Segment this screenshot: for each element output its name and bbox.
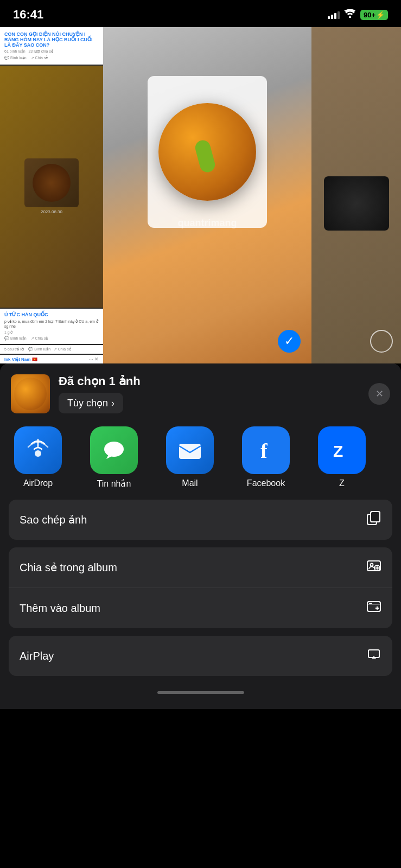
album-actions-group: Chia sẻ trong album Thêm vào album [9, 547, 392, 628]
status-time: 16:41 [13, 8, 43, 22]
fb-post-1: CON CON GỌI ĐIỆN NÓI CHUYỆN I RĂNG HÔM N… [0, 27, 103, 65]
battery-icon: 90+⚡ [360, 10, 388, 20]
app-item-zalo[interactable]: Z Z [304, 426, 380, 489]
product-image-1: 2023.08.30 [0, 66, 103, 308]
action-buttons: Sao chép ảnh Chia sẻ trong album [0, 500, 401, 682]
selection-checkmark: ✓ [278, 330, 301, 353]
airplay-group: AirPlay [9, 636, 392, 676]
share-title: Đã chọn 1 ảnh [59, 374, 360, 388]
airplay-icon [366, 647, 381, 665]
fb-bank-strip: Ink Việt Nam 🇻🇳 ··· ✕ [0, 355, 103, 363]
share-album-label: Chia sẻ trong album [20, 561, 117, 574]
share-close-button[interactable]: ✕ [368, 383, 390, 405]
svg-text:f: f [260, 439, 268, 462]
watermark: quantrimang [177, 218, 237, 229]
zalo-icon: Z [318, 426, 366, 474]
share-album-icon [366, 558, 381, 577]
messages-label: Tin nhắn [97, 478, 131, 489]
zalo-label: Z [339, 478, 345, 488]
facebook-label: Facebook [247, 478, 285, 488]
svg-point-10 [371, 564, 373, 566]
svg-point-1 [104, 442, 124, 457]
signal-icon [328, 10, 340, 19]
add-album-button[interactable]: Thêm vào album [9, 588, 392, 628]
share-sheet: Đã chọn 1 ảnh Tùy chọn › ✕ AirDrop [0, 363, 401, 709]
mail-label: Mail [182, 478, 198, 488]
main-photo: quantrimang ✓ [103, 27, 311, 363]
copy-photo-button[interactable]: Sao chép ảnh [9, 500, 392, 540]
svg-rect-2 [179, 444, 201, 459]
airdrop-label: AirDrop [23, 478, 53, 488]
facebook-icon: f [242, 426, 290, 474]
svg-point-0 [35, 450, 41, 457]
svg-text:Z: Z [333, 442, 343, 460]
app-icons-row: AirDrop Tin nhắn Mail [0, 422, 401, 500]
status-icons: 90+⚡ [328, 9, 388, 20]
share-album-button[interactable]: Chia sẻ trong album [9, 547, 392, 588]
svg-rect-7 [371, 512, 380, 522]
messages-icon [90, 426, 138, 474]
copy-photo-group: Sao chép ảnh [9, 500, 392, 540]
left-panel: CON CON GỌI ĐIỆN NÓI CHUYỆN I RĂNG HÔM N… [0, 27, 103, 363]
app-item-mail[interactable]: Mail [152, 426, 228, 489]
home-indicator [0, 682, 401, 698]
airplay-button[interactable]: AirPlay [9, 636, 392, 676]
svg-rect-12 [367, 604, 380, 605]
app-item-messages[interactable]: Tin nhắn [76, 426, 152, 489]
airplay-label: AirPlay [20, 650, 54, 662]
copy-photo-label: Sao chép ảnh [20, 513, 87, 526]
wifi-icon [344, 9, 356, 20]
fb-post-2: Ú TỨC HÀN QUỐC p về ko a, mua đúm em 2 l… [0, 309, 103, 344]
svg-rect-13 [369, 603, 372, 604]
share-header-info: Đã chọn 1 ảnh Tùy chọn › [59, 374, 360, 413]
photo-grid-background: CON CON GỌI ĐIỆN NÓI CHUYỆN I RĂNG HÔM N… [0, 27, 401, 363]
copy-photo-icon [366, 510, 381, 529]
share-header: Đã chọn 1 ảnh Tùy chọn › ✕ [0, 363, 401, 422]
app-item-airdrop[interactable]: AirDrop [0, 426, 76, 489]
airdrop-icon [14, 426, 62, 474]
right-photo [311, 27, 401, 363]
mail-icon [166, 426, 214, 474]
status-bar: 16:41 90+⚡ [0, 0, 401, 27]
share-options-button[interactable]: Tùy chọn › [59, 393, 123, 413]
share-thumbnail [11, 374, 50, 413]
app-item-facebook[interactable]: f Facebook [228, 426, 304, 489]
fb-bottom-strip: 5 câu trả lời 💬 Bình luận ↗ Chia sẻ [0, 345, 103, 354]
home-bar [157, 691, 244, 694]
add-album-icon [366, 599, 381, 617]
right-selection-circle [370, 330, 393, 353]
add-album-label: Thêm vào album [20, 602, 100, 615]
